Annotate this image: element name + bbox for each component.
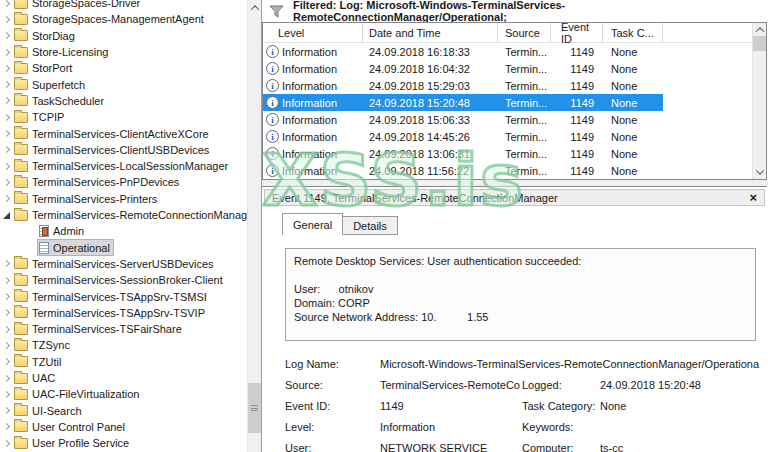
expand-arrow-icon[interactable] xyxy=(1,180,12,185)
tree-item[interactable]: UAC xyxy=(0,370,247,386)
preview-content: Remote Desktop Services: User authentica… xyxy=(262,235,767,452)
column-header[interactable]: Source xyxy=(498,23,551,42)
level-cell: Information xyxy=(263,96,363,109)
expand-arrow-icon[interactable] xyxy=(1,1,12,6)
close-icon[interactable]: × xyxy=(749,191,757,204)
expand-arrow-icon[interactable] xyxy=(1,408,12,413)
event-row[interactable]: Information24.09.2018 16:18:33Termin...1… xyxy=(263,43,663,60)
datetime-cell: 24.09.2018 13:06:31 xyxy=(363,148,498,160)
scroll-up-button[interactable] xyxy=(248,1,261,14)
detail-value: Information xyxy=(380,421,435,433)
tree-item-label: TaskScheduler xyxy=(32,95,104,107)
tree-item[interactable]: TZUtil xyxy=(0,354,247,370)
expand-arrow-icon[interactable] xyxy=(1,115,12,120)
expand-arrow-icon[interactable] xyxy=(1,376,12,381)
folder-icon xyxy=(14,47,28,58)
tree-item[interactable]: TerminalServices-TSFairShare xyxy=(0,321,247,337)
detail-value: 1149 xyxy=(380,400,404,412)
scroll-up-button[interactable] xyxy=(753,23,766,36)
tree-item[interactable]: TerminalServices-RemoteConnectionManager xyxy=(0,207,247,223)
event-row[interactable]: Information24.09.2018 15:06:33Termin...1… xyxy=(263,111,663,128)
event-row[interactable]: Information24.09.2018 15:20:48Termin...1… xyxy=(263,94,663,111)
tree-item-label-wrap: UI-Search xyxy=(12,402,86,419)
expand-arrow-icon[interactable] xyxy=(1,98,12,103)
source-cell: Termin... xyxy=(498,131,551,143)
expand-arrow-icon[interactable] xyxy=(1,196,12,201)
tree-item[interactable]: UI-Search xyxy=(0,403,247,419)
tree-item[interactable]: TerminalServices-ServerUSBDevices xyxy=(0,256,247,272)
level-label: Information xyxy=(282,46,337,58)
expand-arrow-icon[interactable] xyxy=(1,359,12,364)
tree-item[interactable]: TaskScheduler xyxy=(0,93,247,109)
collapse-arrow-icon[interactable] xyxy=(1,212,12,219)
events-scrollbar[interactable] xyxy=(752,23,766,179)
tree-item[interactable]: TerminalServices-ClientActiveXCore xyxy=(0,125,247,141)
expand-arrow-icon[interactable] xyxy=(1,147,12,152)
expand-arrow-icon[interactable] xyxy=(1,327,12,332)
column-header[interactable]: Task C... xyxy=(603,23,663,42)
column-header[interactable]: Event ID xyxy=(551,23,603,42)
detail-value: None xyxy=(600,400,626,412)
tree-item[interactable]: TZSync xyxy=(0,337,247,353)
tree-item[interactable]: TerminalServices-TSAppSrv-TSMSI xyxy=(0,288,247,304)
detail-label: Computer: xyxy=(522,442,573,452)
tree-item[interactable]: TerminalServices-ClientUSBDevices xyxy=(0,142,247,158)
expand-arrow-icon[interactable] xyxy=(1,261,12,266)
tree-item[interactable]: Admin xyxy=(0,223,247,239)
tree-item[interactable]: StorPort xyxy=(0,60,247,76)
column-header[interactable]: Level xyxy=(263,23,363,42)
expand-arrow-icon[interactable] xyxy=(1,33,12,38)
tree-item[interactable]: TerminalServices-PnPDevices xyxy=(0,174,247,190)
tree-item[interactable]: User Control Panel xyxy=(0,419,247,435)
tree-item-label-wrap: TerminalServices-TSFairShare xyxy=(12,321,186,338)
tree-item-label-wrap: User Control Panel xyxy=(12,418,129,435)
tree-item[interactable]: StorageSpaces-ManagementAgent xyxy=(0,11,247,27)
events-scrollbar-thumb[interactable] xyxy=(753,36,766,51)
event-row[interactable]: Information24.09.2018 11:56:22Termin...1… xyxy=(263,162,663,179)
tree-scrollbar[interactable] xyxy=(247,0,261,452)
tab-general[interactable]: General xyxy=(282,213,343,235)
chevron-down-icon xyxy=(755,166,763,174)
expand-arrow-icon[interactable] xyxy=(1,392,12,397)
tree-item[interactable]: Operational xyxy=(0,240,247,256)
tree-item[interactable]: TerminalServices-SessionBroker-Client xyxy=(0,272,247,288)
expand-arrow-icon[interactable] xyxy=(1,66,12,71)
tree-scrollbar-thumb[interactable] xyxy=(248,383,261,433)
event-row[interactable]: Information24.09.2018 14:45:26Termin...1… xyxy=(263,128,663,145)
event-row[interactable]: Information24.09.2018 16:04:32Termin...1… xyxy=(263,60,663,77)
tree-item[interactable]: User Profile Service xyxy=(0,435,247,451)
tree-item[interactable]: TerminalServices-LocalSessionManager xyxy=(0,158,247,174)
scroll-down-button[interactable] xyxy=(753,165,766,178)
tree-item-label-wrap: TerminalServices-ClientActiveXCore xyxy=(12,125,213,142)
expand-arrow-icon[interactable] xyxy=(1,278,12,283)
tree-item-label: TerminalServices-PnPDevices xyxy=(32,176,179,188)
tree-item[interactable]: Store-Licensing xyxy=(0,44,247,60)
tab-details[interactable]: Details xyxy=(342,216,398,235)
expand-arrow-icon[interactable] xyxy=(1,131,12,136)
detail-label: Event ID: xyxy=(285,400,330,412)
tree-item[interactable]: StorDiag xyxy=(0,28,247,44)
tree-item-label: StorPort xyxy=(32,62,72,74)
column-header[interactable]: Date and Time xyxy=(363,23,498,42)
expand-arrow-icon[interactable] xyxy=(1,294,12,299)
tree-item-label-wrap: TaskScheduler xyxy=(12,92,108,109)
expand-arrow-icon[interactable] xyxy=(1,164,12,169)
tree-item[interactable]: UAC-FileVirtualization xyxy=(0,386,247,402)
expand-arrow-icon[interactable] xyxy=(1,343,12,348)
expand-arrow-icon[interactable] xyxy=(1,424,12,429)
tree-item-label: TerminalServices-Printers xyxy=(32,193,157,205)
tree-item[interactable]: TerminalServices-Printers xyxy=(0,191,247,207)
tree-item[interactable]: TCPIP xyxy=(0,109,247,125)
expand-arrow-icon[interactable] xyxy=(1,310,12,315)
event-row[interactable]: Information24.09.2018 15:29:03Termin...1… xyxy=(263,77,663,94)
expand-arrow-icon[interactable] xyxy=(1,441,12,446)
event-row[interactable]: Information24.09.2018 13:06:31Termin...1… xyxy=(263,145,663,162)
expand-arrow-icon[interactable] xyxy=(1,50,12,55)
expand-arrow-icon[interactable] xyxy=(1,17,12,22)
folder-icon xyxy=(14,63,28,74)
tree-item[interactable]: StorageSpaces-Driver xyxy=(0,0,247,11)
expand-arrow-icon[interactable] xyxy=(1,82,12,87)
tree-item[interactable]: Superfetch xyxy=(0,77,247,93)
tree-item[interactable]: TerminalServices-TSAppSrv-TSVIP xyxy=(0,305,247,321)
folder-icon xyxy=(14,291,28,302)
